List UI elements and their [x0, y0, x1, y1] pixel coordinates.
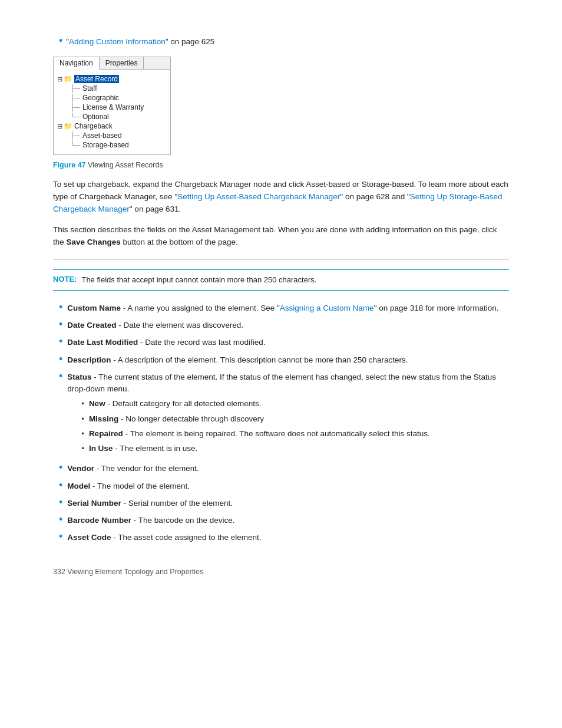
bold-repaired: Repaired	[89, 429, 123, 438]
dot-in-use: •	[81, 444, 84, 452]
intro-text: "Adding Custom Information" on page 625	[66, 37, 214, 46]
para1: To set up chargeback, expand the Chargeb…	[53, 179, 509, 216]
bold-status: Status	[67, 373, 91, 381]
expand-asset-record-icon: ⊟	[57, 75, 62, 83]
content-barcode-number: Barcode Number - The barcode on the devi…	[67, 515, 509, 526]
save-changes-bold: Save Changes	[67, 238, 121, 246]
sub-bullet-in-use: • In Use - The element is in use.	[81, 443, 509, 454]
bullet-date-last-modified: • Date Last Modified - Date the record w…	[59, 335, 509, 348]
content-date-created: Date Created - Date the element was disc…	[67, 319, 509, 331]
dot-repaired: •	[81, 430, 84, 437]
bold-in-use: In Use	[89, 444, 113, 453]
content-custom-name: Custom Name - A name you assigned to the…	[67, 302, 509, 314]
line-icon-optional: └─	[70, 113, 80, 121]
tree-row-asset-record[interactable]: ⊟ 📁 Asset Record	[57, 74, 167, 84]
content-description: Description - A description of the eleme…	[67, 354, 509, 366]
para2: This section describes the fields on the…	[53, 224, 509, 249]
intro-bullet: • "Adding Custom Information" on page 62…	[53, 35, 509, 46]
asset-based-label: Asset-based	[82, 131, 122, 140]
folder-chargeback-icon: 📁	[64, 122, 72, 130]
geographic-label: Geographic	[82, 94, 119, 102]
content-asset-code: Asset Code - The asset code assigned to …	[67, 532, 509, 543]
line-icon-license: ├─	[70, 103, 80, 111]
chargeback-label: Chargeback	[74, 122, 113, 130]
asset-record-label: Asset Record	[74, 75, 119, 83]
line-icon-asset-based: ├─	[70, 131, 80, 140]
page-footer: 332 Viewing Element Topology and Propert…	[53, 568, 509, 576]
sub-bullet-repaired: • Repaired - The element is being repair…	[81, 428, 509, 440]
tree-row-geographic[interactable]: ├─ Geographic	[57, 93, 167, 103]
assigning-custom-name-link[interactable]: Assigning a Custom Name	[280, 304, 374, 312]
bullet-list: • Custom Name - A name you assigned to t…	[59, 301, 509, 544]
tab-navigation[interactable]: Navigation	[54, 57, 100, 70]
sub-bullet-list-status: • New - Default category for all detecte…	[81, 398, 509, 454]
bullet-serial-number: • Serial Number - Serial number of the e…	[59, 496, 509, 509]
dot-barcode-number: •	[59, 514, 62, 525]
tree-row-storage-based[interactable]: └─ Storage-based	[57, 140, 167, 150]
figure-label: Figure 47	[53, 161, 86, 169]
content-repaired: Repaired - The element is being repaired…	[89, 428, 430, 440]
expand-chargeback-icon: ⊟	[57, 123, 62, 130]
bold-model: Model	[67, 482, 90, 490]
figure-text: Viewing Asset Records	[88, 161, 163, 169]
note-text: The fields that accept input cannot cont…	[81, 275, 316, 285]
line-icon-storage-based: └─	[70, 141, 80, 149]
bullet-date-created: • Date Created - Date the element was di…	[59, 318, 509, 331]
tree-row-staff[interactable]: ├─ Staff	[57, 84, 167, 93]
dot-status: •	[59, 371, 62, 381]
bullet-status: • Status - The current status of the ele…	[59, 370, 509, 458]
intro-dot: •	[59, 35, 62, 46]
tree-widget: Navigation Properties ⊟ 📁 Asset Record ├…	[53, 57, 171, 155]
bold-serial-number: Serial Number	[67, 499, 121, 508]
tree-row-asset-based[interactable]: ├─ Asset-based	[57, 131, 167, 140]
bullet-asset-code: • Asset Code - The asset code assigned t…	[59, 531, 509, 543]
footer-text: Viewing Element Topology and Properties	[65, 568, 203, 576]
content-serial-number: Serial Number - Serial number of the ele…	[67, 498, 509, 509]
dot-model: •	[59, 480, 62, 490]
dot-date-last-modified: •	[59, 336, 62, 347]
bullet-vendor: • Vendor - The vendor for the element.	[59, 462, 509, 475]
content-date-last-modified: Date Last Modified - Date the record was…	[67, 337, 509, 348]
tab-properties[interactable]: Properties	[100, 57, 144, 69]
bold-asset-code: Asset Code	[67, 533, 111, 542]
section-divider	[53, 259, 509, 260]
content-vendor: Vendor - The vendor for the element.	[67, 463, 509, 475]
dot-serial-number: •	[59, 497, 62, 508]
tree-row-optional[interactable]: └─ Optional	[57, 112, 167, 121]
footer-page-num: 332	[53, 568, 65, 576]
license-warranty-label: License & Warranty	[82, 103, 144, 111]
tree-body: ⊟ 📁 Asset Record ├─ Staff ├─ Geographic …	[54, 70, 170, 154]
content-missing: Missing - No longer detectable through d…	[89, 413, 264, 425]
bullet-description: • Description - A description of the ele…	[59, 353, 509, 366]
bold-new: New	[89, 399, 105, 408]
bullet-custom-name: • Custom Name - A name you assigned to t…	[59, 301, 509, 314]
tree-row-license-warranty[interactable]: ├─ License & Warranty	[57, 103, 167, 112]
dot-new: •	[81, 400, 84, 407]
content-new: New - Default category for all detected …	[89, 398, 262, 410]
bold-missing: Missing	[89, 414, 118, 423]
optional-label: Optional	[82, 113, 109, 121]
content-in-use: In Use - The element is in use.	[89, 443, 197, 454]
dot-vendor: •	[59, 462, 62, 473]
dot-date-created: •	[59, 319, 62, 330]
bold-custom-name: Custom Name	[67, 304, 121, 312]
bold-barcode-number: Barcode Number	[67, 516, 131, 525]
bold-description: Description	[67, 355, 111, 364]
line-icon-staff: ├─	[70, 84, 80, 93]
tree-tabs: Navigation Properties	[54, 57, 170, 70]
line-icon-geographic: ├─	[70, 94, 80, 102]
figure-caption: Figure 47 Viewing Asset Records	[53, 161, 509, 169]
dot-custom-name: •	[59, 302, 62, 312]
adding-custom-info-link[interactable]: Adding Custom Information	[69, 37, 166, 46]
tree-row-chargeback[interactable]: ⊟ 📁 Chargeback	[57, 121, 167, 131]
dot-description: •	[59, 354, 62, 364]
bullet-model: • Model - The model of the element.	[59, 479, 509, 492]
storage-based-label: Storage-based	[82, 141, 129, 149]
bold-vendor: Vendor	[67, 464, 94, 473]
dot-missing: •	[81, 415, 84, 423]
dot-asset-code: •	[59, 531, 62, 542]
folder-asset-record-icon: 📁	[64, 75, 72, 83]
content-status: Status - The current status of the eleme…	[67, 371, 509, 458]
setting-up-asset-based-link[interactable]: Setting Up Asset-Based Chargeback Manage…	[177, 192, 340, 201]
note-box: NOTE: The fields that accept input canno…	[53, 269, 509, 291]
